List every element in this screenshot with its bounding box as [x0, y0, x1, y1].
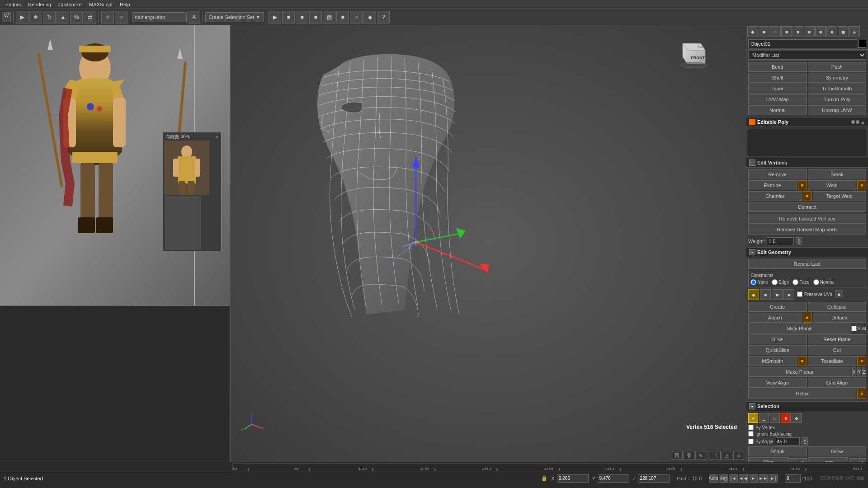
edit-vertices-header[interactable]: − Edit Vertices [746, 158, 868, 168]
object-name-input[interactable] [748, 39, 857, 48]
vp-lang-btn[interactable]: 英 [684, 451, 694, 460]
anim-btn[interactable]: ◆ [363, 11, 376, 23]
reset-plane-btn[interactable]: Reset Plane [808, 334, 867, 344]
preserve-uvs-checkbox[interactable] [797, 291, 802, 297]
key-mode-btn[interactable]: Key [719, 474, 728, 483]
vp-light-btn[interactable]: △ [722, 451, 732, 460]
tool-btn-5[interactable]: ■ [793, 26, 803, 37]
selection-header[interactable]: − Selection [746, 402, 868, 411]
repeat-last-btn[interactable]: Repeat Last [748, 259, 866, 269]
msmooth-btn[interactable]: MSmooth [748, 356, 797, 366]
chamfer-btn[interactable]: Chamfer [748, 191, 802, 201]
help2-btn[interactable]: ? [377, 11, 390, 23]
extrude-settings-btn[interactable]: ■ [798, 180, 807, 190]
turbosmooth-btn[interactable]: TurboSmooth [808, 84, 867, 94]
current-frame-input[interactable] [785, 474, 801, 483]
ep-close-btn[interactable]: ▲ [860, 119, 865, 125]
split-label[interactable]: Split [851, 326, 866, 331]
extrude-btn[interactable]: Extrude [748, 180, 797, 190]
vp-mode-btn1[interactable]: 国 [672, 451, 683, 460]
shrink-btn[interactable]: Shrink [748, 446, 807, 456]
ring-down-btn[interactable]: ▼ [799, 458, 807, 462]
make-planar-btn[interactable]: Make Planar [748, 367, 851, 377]
tool-btn-6[interactable]: ■ [804, 26, 815, 37]
render3-btn[interactable]: ■ [296, 11, 308, 23]
tool-btn-7[interactable]: ■ [815, 26, 826, 37]
remove-btn[interactable]: Remove [748, 169, 807, 179]
edge-mode-icon[interactable]: ⎯ [759, 413, 769, 423]
bend-btn[interactable]: Bend [748, 62, 807, 72]
attach-btn[interactable]: Attach [748, 313, 802, 323]
play-btn[interactable]: ► [749, 474, 758, 483]
normal-btn[interactable]: Normal [748, 105, 807, 115]
snap2-btn[interactable]: ⚛ [115, 11, 127, 23]
uvwmap-btn[interactable]: UVW Map [748, 94, 807, 104]
tool-btn-8[interactable]: ■ [826, 26, 837, 37]
by-vertex-checkbox[interactable] [748, 425, 754, 430]
loop-btn[interactable]: Loop [808, 457, 849, 462]
icon-btn-3[interactable]: ■ [772, 289, 783, 300]
tool-btn-3[interactable]: ○ [770, 26, 781, 37]
preserve-settings-btn[interactable]: ■ [835, 290, 843, 298]
taper-btn[interactable]: Taper [748, 84, 807, 94]
menu-maxscript[interactable]: MAXScript [85, 2, 116, 7]
chamfer-settings-btn[interactable]: ■ [803, 191, 812, 201]
angle-input[interactable] [775, 437, 800, 446]
weld-btn[interactable]: Weld [808, 180, 857, 190]
break-btn[interactable]: Break [808, 169, 867, 179]
remove-unused-btn[interactable]: Remove Unused Map Verts [748, 225, 866, 235]
render-btn[interactable]: ▶ [269, 11, 281, 23]
unwrap-uvw-btn[interactable]: Unwrap UVW [808, 105, 867, 115]
layout-btn[interactable]: ▤ [323, 11, 335, 23]
eg-collapse-btn[interactable]: − [749, 249, 755, 255]
element-mode-icon[interactable]: ◆ [792, 413, 802, 423]
icon-btn-4[interactable]: ■ [783, 289, 794, 300]
poly-mode-icon[interactable]: ■ [781, 413, 791, 423]
create-selection-set-btn[interactable]: Create Selection Set ▼ [205, 12, 264, 22]
tool-btn-2[interactable]: ■ [759, 26, 769, 37]
relax-btn[interactable]: Relax [748, 389, 856, 399]
make-planar-y-btn[interactable]: Y [857, 367, 861, 377]
ev-collapse-btn[interactable]: − [749, 160, 755, 166]
edit-geometry-header[interactable]: − Edit Geometry [746, 248, 868, 257]
collapse-btn[interactable]: Collapse [808, 302, 867, 312]
named-selection-input[interactable] [132, 12, 187, 22]
grid-align-btn[interactable]: Grid Align [808, 378, 867, 388]
border-mode-icon[interactable]: □ [770, 413, 780, 423]
rotate-tool-btn[interactable]: ↻ [43, 11, 56, 23]
tool-btn-1[interactable]: ◆ [747, 26, 758, 37]
weld-settings-btn[interactable]: ■ [857, 180, 866, 190]
prev-frame-btn[interactable]: |◄ [729, 474, 738, 483]
ring-up-btn[interactable]: ▲ [790, 458, 798, 462]
tessellate-btn[interactable]: Tessellate [808, 356, 857, 366]
prev-key-btn[interactable]: ◄◄ [739, 474, 748, 483]
grow-btn[interactable]: Grow [808, 446, 867, 456]
move-tool-btn[interactable]: ✚ [29, 11, 42, 23]
z-coord-input[interactable] [638, 474, 670, 483]
play-mode-btn[interactable]: Auto [709, 474, 718, 483]
loop-down-btn[interactable]: ▼ [858, 458, 866, 462]
timeline-ruler[interactable]: 0 5 10 15 20 25 30 35 40 45 50 [232, 463, 866, 471]
weight-up-btn[interactable]: ▲ [796, 237, 802, 241]
menu-rendering[interactable]: Rendering [24, 2, 55, 7]
tessellate-settings-btn[interactable]: ■ [857, 356, 866, 366]
snap-btn[interactable]: ⚛ [101, 11, 114, 23]
mirror-btn[interactable]: ⇄ [84, 11, 96, 23]
cut-btn[interactable]: Cut [808, 345, 867, 355]
render2-btn[interactable]: ■ [282, 11, 295, 23]
percent-tool-btn[interactable]: % [70, 11, 83, 23]
weight-input[interactable] [767, 237, 794, 245]
msmooth-settings-btn[interactable]: ■ [798, 356, 807, 366]
tool-btn-10[interactable]: ▲ [849, 26, 860, 37]
abc-btn[interactable]: A [188, 11, 200, 23]
tool-btn-4[interactable]: ■ [781, 26, 792, 37]
loop-up-btn[interactable]: ▲ [849, 458, 857, 462]
detach-btn[interactable]: Detach [813, 313, 867, 323]
vertex-mode-icon[interactable]: ● [748, 413, 758, 423]
constraint-edge[interactable]: Edge [772, 279, 789, 285]
thumbnail-close-btn[interactable]: × [216, 135, 218, 140]
connect-btn[interactable]: Connect [748, 202, 866, 212]
create-btn[interactable]: Create [748, 302, 807, 312]
weight-down-btn[interactable]: ▼ [796, 241, 802, 245]
layout2-btn[interactable]: ■ [336, 11, 349, 23]
